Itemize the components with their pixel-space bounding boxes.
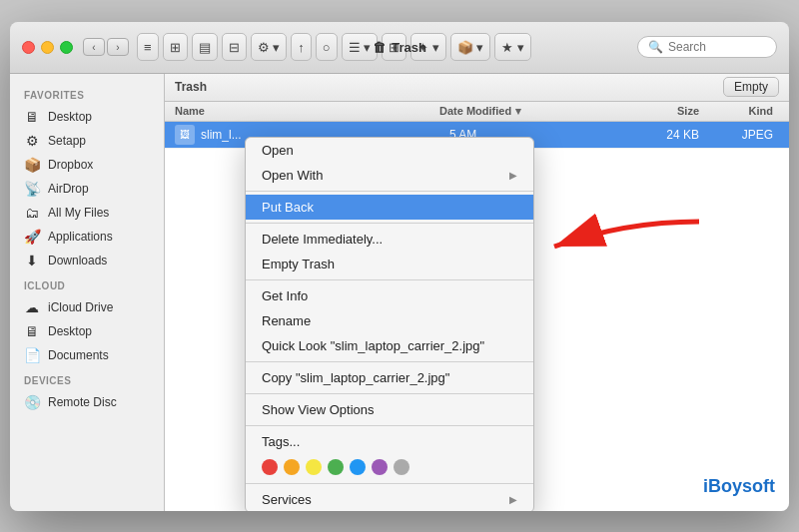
- ctx-show-view-options[interactable]: Show View Options: [246, 397, 533, 422]
- ctx-put-back[interactable]: Put Back: [246, 195, 533, 220]
- view-icon-cover[interactable]: ⊟: [222, 33, 247, 61]
- tag-button[interactable]: ○: [316, 33, 338, 61]
- arrange-button[interactable]: ⚙ ▾: [251, 33, 288, 61]
- sidebar-item-icloud-desktop[interactable]: 🖥 Desktop: [10, 319, 164, 343]
- sidebar-item-airdrop[interactable]: 📡 AirDrop: [10, 177, 164, 201]
- sort-arrow-icon: ▾: [515, 105, 521, 118]
- trash-label: Trash: [175, 80, 715, 94]
- title-icon: 🗑: [373, 40, 386, 55]
- sidebar-label-remote-disc: Remote Disc: [48, 395, 117, 409]
- red-arrow: [544, 212, 704, 270]
- sidebar-label-desktop: Desktop: [48, 110, 92, 124]
- ctx-put-back-label: Put Back: [262, 200, 314, 215]
- all-my-files-icon: 🗂: [24, 205, 40, 221]
- back-button[interactable]: ‹: [83, 38, 105, 56]
- tag-purple[interactable]: [372, 459, 388, 475]
- remote-disc-icon: 💿: [24, 394, 40, 410]
- sidebar-item-icloud-drive[interactable]: ☁ iCloud Drive: [10, 295, 164, 319]
- forward-button[interactable]: ›: [107, 38, 129, 56]
- tag-gray[interactable]: [394, 459, 409, 475]
- icloud-drive-icon: ☁: [24, 299, 40, 315]
- sidebar-item-all-my-files[interactable]: 🗂 All My Files: [10, 201, 164, 225]
- sidebar-item-dropbox[interactable]: 📦 Dropbox: [10, 153, 164, 177]
- ctx-delete-immediately[interactable]: Delete Immediately...: [246, 227, 533, 252]
- ctx-open[interactable]: Open: [246, 138, 533, 163]
- sidebar-label-icloud-desktop: Desktop: [48, 324, 92, 338]
- col-kind-header: Kind: [699, 105, 779, 117]
- ctx-separator-6: [246, 425, 533, 426]
- tag-red[interactable]: [262, 459, 278, 475]
- downloads-icon: ⬇: [24, 253, 40, 268]
- tag-blue[interactable]: [350, 459, 366, 475]
- applications-icon: 🚀: [24, 229, 40, 245]
- ctx-separator-4: [246, 361, 533, 362]
- sidebar-item-downloads[interactable]: ⬇ Downloads: [10, 249, 164, 272]
- services-arrow-icon: ▶: [509, 494, 517, 505]
- traffic-lights: [22, 41, 73, 54]
- empty-button[interactable]: Empty: [723, 77, 779, 97]
- ctx-services[interactable]: Services ▶: [246, 487, 533, 511]
- open-with-arrow-icon: ▶: [509, 170, 517, 181]
- view-icon-grid[interactable]: ⊞: [163, 33, 188, 61]
- dropbox-button[interactable]: 📦 ▾: [450, 33, 491, 61]
- setapp-icon: ⚙: [24, 133, 40, 149]
- maximize-button[interactable]: [60, 41, 73, 54]
- iboysoft-logo: iBoysoft: [703, 476, 775, 497]
- ctx-empty-trash[interactable]: Empty Trash: [246, 252, 533, 276]
- view-icon-columns[interactable]: ▤: [192, 33, 218, 61]
- ctx-separator-2: [246, 223, 533, 224]
- sidebar-item-documents[interactable]: 📄 Documents: [10, 343, 164, 367]
- window-title: 🗑 Trash: [373, 40, 426, 55]
- sidebar-item-setapp[interactable]: ⚙ Setapp: [10, 129, 164, 153]
- sidebar-item-desktop[interactable]: 🖥 Desktop: [10, 105, 164, 129]
- tag-orange[interactable]: [284, 459, 300, 475]
- tag-green[interactable]: [328, 459, 344, 475]
- sidebar-label-downloads: Downloads: [48, 254, 107, 267]
- ctx-rename[interactable]: Rename: [246, 308, 533, 333]
- column-headers: Name Date Modified ▾ Size Kind: [165, 102, 789, 122]
- ctx-separator-7: [246, 483, 533, 484]
- ctx-separator-3: [246, 279, 533, 280]
- sidebar-label-applications: Applications: [48, 230, 113, 244]
- sidebar-label-all-my-files: All My Files: [48, 206, 109, 220]
- nav-buttons: ‹ ›: [83, 38, 129, 56]
- ctx-tags[interactable]: Tags...: [246, 429, 533, 454]
- sidebar-label-setapp: Setapp: [48, 134, 86, 148]
- sidebar-item-remote-disc[interactable]: 💿 Remote Disc: [10, 390, 164, 414]
- sidebar-label-airdrop: AirDrop: [48, 182, 89, 196]
- titlebar: ‹ › ≡ ⊞ ▤ ⊟ ⚙ ▾ ↑ ○ ☰ ▾ ⊞ ✦ ▾ 📦 ▾ ★ ▾ 🔍 …: [10, 22, 789, 74]
- ctx-copy-label: Copy "slim_laptop_carrier_2.jpg": [262, 370, 449, 385]
- extra-button[interactable]: ★ ▾: [494, 33, 531, 61]
- tag-yellow[interactable]: [306, 459, 322, 475]
- col-name-header: Name: [175, 105, 439, 117]
- file-thumbnail: 🖼: [175, 125, 195, 145]
- context-menu: Open Open With ▶ Put Back Delete Immedia…: [245, 137, 534, 511]
- ctx-quick-look[interactable]: Quick Look "slim_laptop_carrier_2.jpg": [246, 333, 533, 358]
- airdrop-icon: 📡: [24, 181, 40, 197]
- icloud-header: iCloud: [10, 272, 164, 295]
- search-box[interactable]: 🔍: [637, 36, 777, 58]
- devices-header: Devices: [10, 367, 164, 390]
- minimize-button[interactable]: [41, 41, 54, 54]
- close-button[interactable]: [22, 41, 35, 54]
- sidebar-label-icloud-drive: iCloud Drive: [48, 300, 113, 314]
- sidebar-label-documents: Documents: [48, 348, 109, 362]
- ctx-open-with[interactable]: Open With ▶: [246, 163, 533, 188]
- finder-window: ‹ › ≡ ⊞ ▤ ⊟ ⚙ ▾ ↑ ○ ☰ ▾ ⊞ ✦ ▾ 📦 ▾ ★ ▾ 🔍 …: [10, 22, 789, 511]
- search-input[interactable]: [668, 40, 766, 54]
- sidebar-item-applications[interactable]: 🚀 Applications: [10, 225, 164, 249]
- sidebar: Favorites 🖥 Desktop ⚙ Setapp 📦 Dropbox 📡…: [10, 74, 165, 511]
- search-icon: 🔍: [648, 40, 663, 54]
- favorites-header: Favorites: [10, 82, 164, 105]
- file-toolbar: Trash Empty: [165, 74, 789, 102]
- ctx-copy[interactable]: Copy "slim_laptop_carrier_2.jpg": [246, 365, 533, 390]
- ctx-quick-look-label: Quick Look "slim_laptop_carrier_2.jpg": [262, 338, 484, 353]
- documents-icon: 📄: [24, 347, 40, 363]
- sidebar-label-dropbox: Dropbox: [48, 158, 93, 172]
- share-button[interactable]: ↑: [291, 33, 312, 61]
- ctx-services-label: Services: [262, 492, 312, 507]
- iboysoft-logo-text: iBoysoft: [703, 476, 775, 496]
- view-icon-list[interactable]: ≡: [137, 33, 159, 61]
- ctx-get-info[interactable]: Get Info: [246, 283, 533, 308]
- ctx-tags-label: Tags...: [262, 434, 300, 449]
